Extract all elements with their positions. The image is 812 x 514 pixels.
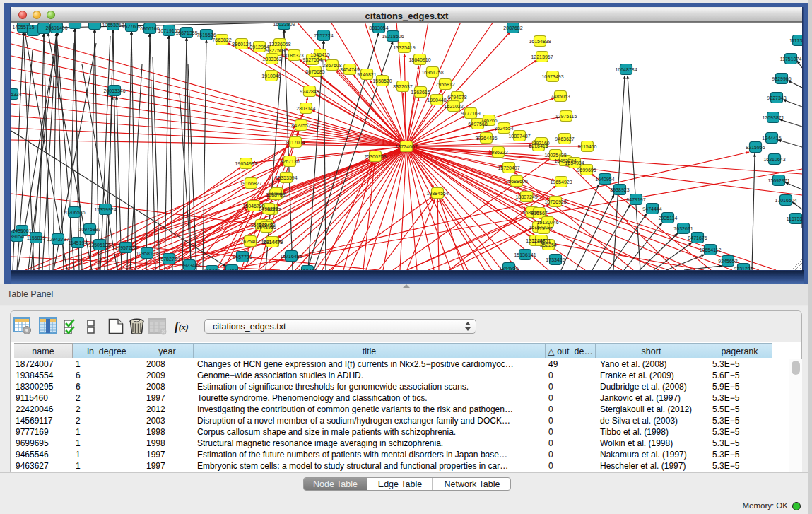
svg-text:8427552: 8427552 <box>291 123 310 128</box>
svg-text:25300253: 25300253 <box>364 154 386 159</box>
svg-text:13325419: 13325419 <box>393 45 415 50</box>
svg-text:12975115: 12975115 <box>555 114 577 119</box>
svg-text:17016504: 17016504 <box>775 198 796 203</box>
svg-text:1152403: 1152403 <box>298 269 317 271</box>
svg-text:3624554: 3624554 <box>494 126 513 131</box>
svg-text:9329966: 9329966 <box>772 76 791 81</box>
svg-text:18724007: 18724007 <box>395 144 417 149</box>
svg-text:8938923: 8938923 <box>610 187 629 192</box>
svg-text:19654983: 19654983 <box>235 161 257 166</box>
svg-text:3675685: 3675685 <box>305 69 324 74</box>
svg-text:7557224: 7557224 <box>314 33 333 38</box>
svg-text:1910046: 1910046 <box>261 74 281 78</box>
svg-text:1244415: 1244415 <box>762 136 781 141</box>
svg-text:8322037: 8322037 <box>393 84 412 89</box>
svg-text:6479197: 6479197 <box>626 197 645 202</box>
svg-text:20053346: 20053346 <box>103 88 125 93</box>
svg-text:12923448: 12923448 <box>178 263 200 268</box>
svg-text:12942737: 12942737 <box>47 237 69 242</box>
svg-text:252254: 252254 <box>540 243 556 247</box>
svg-text:8471676: 8471676 <box>688 235 707 240</box>
svg-text:9777169: 9777169 <box>461 111 480 116</box>
svg-text:1990448: 1990448 <box>427 98 446 103</box>
svg-text:2087682: 2087682 <box>503 25 522 30</box>
svg-text:1621022: 1621022 <box>444 104 463 109</box>
svg-text:7632621: 7632621 <box>673 226 693 231</box>
svg-text:16154838: 16154838 <box>529 39 551 44</box>
svg-text:1527602: 1527602 <box>122 24 141 29</box>
svg-text:1117334: 1117334 <box>789 38 802 43</box>
svg-text:10653267: 10653267 <box>102 23 124 28</box>
svg-text:10688609: 10688609 <box>505 179 527 184</box>
svg-text:20691406: 20691406 <box>45 25 67 30</box>
svg-text:7625402: 7625402 <box>240 239 259 244</box>
svg-text:12213967: 12213967 <box>531 54 553 59</box>
svg-text:8454749: 8454749 <box>340 67 359 72</box>
svg-text:1546415: 1546415 <box>310 52 329 57</box>
svg-text:10807487: 10807487 <box>508 134 530 139</box>
svg-text:15692971: 15692971 <box>767 178 789 183</box>
svg-text:10025438: 10025438 <box>544 153 566 158</box>
svg-text:19218506: 19218506 <box>382 34 404 39</box>
svg-text:915626: 915626 <box>204 269 220 271</box>
svg-text:16782759: 16782759 <box>158 257 180 262</box>
svg-text:8117004: 8117004 <box>286 140 305 145</box>
svg-text:18640910: 18640910 <box>408 57 430 62</box>
svg-text:746266: 746266 <box>481 118 497 123</box>
svg-text:1145194: 1145194 <box>69 240 88 245</box>
svg-text:17957225: 17957225 <box>114 245 136 250</box>
svg-text:2935114: 2935114 <box>659 216 678 221</box>
svg-text:1554984: 1554984 <box>565 160 584 165</box>
svg-text:8267130: 8267130 <box>280 159 299 164</box>
svg-text:19166827: 19166827 <box>240 181 261 186</box>
svg-text:19384554: 19384554 <box>426 191 448 196</box>
svg-text:9474444: 9474444 <box>642 206 661 211</box>
svg-text:9731235: 9731235 <box>734 267 753 271</box>
svg-text:9327509: 9327509 <box>266 48 285 53</box>
svg-text:13226058: 13226058 <box>269 42 290 47</box>
svg-text:18807249: 18807249 <box>515 194 537 199</box>
svg-text:6966160: 6966160 <box>140 26 159 31</box>
svg-text:16671355: 16671355 <box>175 30 197 35</box>
svg-text:7986322: 7986322 <box>488 150 507 155</box>
svg-text:16210643: 16210643 <box>763 157 785 162</box>
svg-text:3498222: 3498222 <box>259 206 278 211</box>
svg-text:10973493: 10973493 <box>541 74 563 79</box>
svg-text:7515526: 7515526 <box>196 33 216 37</box>
svg-text:16120746: 16120746 <box>536 220 558 225</box>
svg-text:1435061: 1435061 <box>12 228 31 233</box>
svg-text:1167530: 1167530 <box>787 216 802 221</box>
svg-text:9146821: 9146821 <box>357 72 376 77</box>
svg-text:16648784: 16648784 <box>615 67 637 72</box>
svg-text:20206536: 20206536 <box>63 210 85 215</box>
svg-text:9699695: 9699695 <box>577 168 596 173</box>
svg-text:1362615: 1362615 <box>411 90 430 95</box>
svg-text:15716485: 15716485 <box>280 254 302 259</box>
svg-text:8860124: 8860124 <box>232 42 251 47</box>
svg-text:1558520: 1558520 <box>372 78 392 83</box>
svg-text:1733426: 1733426 <box>546 257 565 262</box>
svg-text:10975887: 10975887 <box>78 227 100 232</box>
svg-text:1244956: 1244956 <box>499 266 518 271</box>
svg-text:8186323: 8186323 <box>284 53 303 58</box>
svg-text:15720407: 15720407 <box>498 165 519 170</box>
svg-text:8215955: 8215955 <box>746 145 765 150</box>
svg-text:9227343: 9227343 <box>767 95 786 100</box>
svg-text:9948936: 9948936 <box>257 225 276 230</box>
svg-text:1115132: 1115132 <box>534 226 553 231</box>
svg-text:12505135: 12505135 <box>88 243 110 247</box>
svg-text:14055715: 14055715 <box>12 25 34 30</box>
svg-text:9245652: 9245652 <box>718 259 737 264</box>
svg-text:10654112: 10654112 <box>700 247 722 252</box>
svg-text:8813054: 8813054 <box>369 25 388 30</box>
svg-text:10756928: 10756928 <box>544 199 566 204</box>
svg-text:1640954: 1640954 <box>595 177 614 182</box>
svg-text:6794078: 6794078 <box>447 95 466 100</box>
svg-text:9327504: 9327504 <box>302 57 322 62</box>
svg-text:16961758: 16961758 <box>421 70 443 75</box>
svg-text:9463627: 9463627 <box>555 136 574 141</box>
svg-text:1625334: 1625334 <box>11 92 22 97</box>
svg-text:16914479: 16914479 <box>261 240 283 245</box>
svg-text:12093871: 12093871 <box>762 115 784 120</box>
svg-text:7955812: 7955812 <box>435 82 454 87</box>
